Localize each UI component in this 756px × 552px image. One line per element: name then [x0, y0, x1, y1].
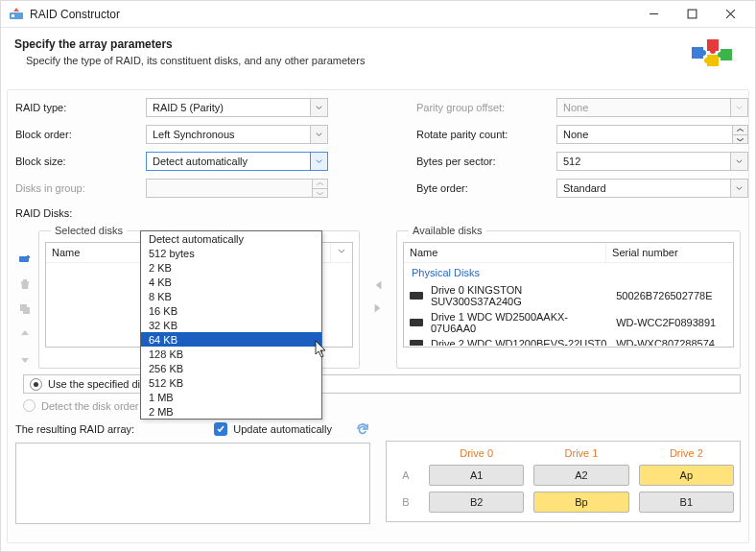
- list-item[interactable]: Drive 0 KINGSTON SUV300S37A240G50026B726…: [404, 282, 733, 309]
- data-cell: A2: [533, 465, 628, 486]
- drive-row: BB2BpB1: [392, 492, 734, 513]
- bytes-sector-label: Bytes per sector:: [416, 156, 551, 167]
- block-order-label: Block order:: [15, 129, 140, 140]
- drive-header: Drive 0: [429, 447, 524, 459]
- spin-buttons[interactable]: [732, 126, 747, 143]
- list-item[interactable]: Drive 2 WDC WD1200BEVS-22UST0WD-WXC80728…: [404, 336, 733, 346]
- svg-rect-2: [688, 10, 697, 18]
- dropdown-option[interactable]: 512 bytes: [141, 246, 321, 260]
- dropdown-option[interactable]: 2 MB: [141, 404, 321, 419]
- dropdown-option[interactable]: 4 KB: [141, 275, 321, 289]
- checkbox-checked-icon: [214, 422, 227, 436]
- dropdown-option[interactable]: 512 KB: [141, 375, 321, 390]
- disk-group-label[interactable]: Physical Disks: [404, 263, 733, 282]
- byte-order-value: Standard: [563, 182, 606, 194]
- dropdown-option[interactable]: 2 KB: [141, 260, 321, 275]
- byte-order-label: Byte order:: [416, 182, 551, 194]
- refresh-button[interactable]: [355, 421, 370, 437]
- block-order-value: Left Synchronous: [153, 129, 235, 140]
- parity-offset-value: None: [563, 102, 588, 113]
- dropdown-option[interactable]: 8 KB: [141, 289, 321, 303]
- radio-icon: [23, 399, 35, 412]
- bytes-sector-value: 512: [563, 156, 580, 167]
- close-button[interactable]: [711, 2, 749, 27]
- app-icon: [9, 7, 24, 22]
- window-title: RAID Constructor: [30, 8, 634, 21]
- move-right-button[interactable]: [367, 298, 389, 319]
- lower-section: The resulting RAID array: Update automat…: [15, 421, 741, 524]
- svg-rect-1: [12, 14, 14, 17]
- radio-icon: [30, 378, 42, 391]
- resulting-array-box[interactable]: [15, 443, 370, 524]
- block-size-label: Block size:: [15, 156, 140, 167]
- maximize-button[interactable]: [673, 2, 711, 27]
- data-cell: A1: [429, 465, 524, 486]
- spin-buttons: [312, 180, 327, 197]
- main-panel: RAID type: RAID 5 (Parity) Parity group …: [7, 89, 749, 543]
- block-size-dropdown[interactable]: Detect automatically512 bytes2 KB4 KB8 K…: [140, 230, 322, 420]
- disk-icon: [410, 292, 423, 300]
- block-order-select[interactable]: Left Synchronous: [146, 125, 328, 144]
- bytes-sector-select[interactable]: 512: [556, 152, 748, 171]
- available-disks-list[interactable]: Name Serial number Physical Disks Drive …: [403, 242, 734, 348]
- drive-header: Drive 1: [533, 447, 628, 459]
- move-left-button[interactable]: [367, 275, 389, 296]
- row-label: B: [392, 496, 419, 508]
- disk-name: Drive 0 KINGSTON SUV300S37A240G: [431, 284, 608, 307]
- update-automatically-checkbox[interactable]: Update automatically: [214, 422, 332, 436]
- column-header[interactable]: Name: [404, 243, 606, 262]
- dropdown-option[interactable]: 1 MB: [141, 390, 321, 404]
- delete-disk-button[interactable]: [15, 275, 35, 294]
- list-item[interactable]: Drive 1 WDC WD2500AAKX-07U6AA0WD-WCC2F08…: [404, 309, 733, 336]
- available-disks-group: Available disks Name Serial number Physi…: [396, 225, 741, 369]
- chevron-down-icon: [310, 153, 327, 170]
- transfer-buttons: [364, 225, 392, 369]
- chevron-down-icon: [730, 180, 747, 197]
- disk-toolbar: [15, 225, 35, 369]
- drive-row: AA1A2Ap: [392, 465, 734, 486]
- raid-disks-label: RAID Disks:: [15, 207, 741, 219]
- raid-type-select[interactable]: RAID 5 (Parity): [146, 98, 328, 117]
- minimize-button[interactable]: [634, 2, 673, 27]
- data-cell: B2: [429, 492, 524, 513]
- svg-point-5: [704, 58, 710, 63]
- drive-header: Drive 2: [639, 447, 734, 459]
- drive-layout-table: Drive 0Drive 1Drive 2 AA1A2ApBB2BpB1: [386, 441, 741, 522]
- rotate-parity-label: Rotate parity count:: [416, 129, 551, 140]
- chevron-down-icon: [310, 99, 327, 116]
- byte-order-select[interactable]: Standard: [556, 179, 748, 198]
- dropdown-option[interactable]: 256 KB: [141, 361, 321, 375]
- page-subtitle: Specify the type of RAID, its constituen…: [26, 55, 690, 66]
- disks-area: Selected disks Name Available disks: [15, 225, 741, 369]
- parity-cell: Ap: [639, 465, 734, 486]
- move-down-button[interactable]: [15, 349, 35, 369]
- dropdown-option[interactable]: 32 KB: [141, 318, 321, 332]
- chevron-down-icon: [310, 126, 327, 143]
- detect-order-radio[interactable]: Detect the disk order automatically: [23, 399, 741, 412]
- parity-offset-select: None: [556, 98, 748, 117]
- use-specified-order-radio[interactable]: Use the specified disk order: [23, 374, 741, 394]
- titlebar: RAID Constructor: [1, 1, 755, 28]
- dropdown-option[interactable]: Detect automatically: [141, 231, 321, 246]
- disk-name: Drive 1 WDC WD2500AAKX-07U6AA0: [431, 311, 608, 334]
- puzzle-icon: [690, 37, 736, 80]
- resulting-array-label: The resulting RAID array:: [15, 423, 134, 435]
- svg-point-3: [700, 50, 706, 56]
- column-header[interactable]: Serial number: [606, 243, 733, 262]
- add-disk-button[interactable]: [15, 250, 35, 269]
- disk-serial: WD-WXC807288574: [616, 338, 727, 346]
- copy-disk-button[interactable]: [15, 300, 35, 319]
- dropdown-option[interactable]: 16 KB: [141, 303, 321, 318]
- column-options-icon[interactable]: [331, 243, 352, 262]
- move-up-button[interactable]: [15, 324, 35, 344]
- raid-type-label: RAID type:: [15, 102, 140, 113]
- checkbox-label: Update automatically: [233, 423, 332, 435]
- block-size-select[interactable]: Detect automatically: [146, 152, 328, 171]
- dropdown-option[interactable]: 64 KB: [141, 332, 321, 347]
- page-header: Specify the array parameters Specify the…: [1, 28, 755, 89]
- rotate-parity-spin[interactable]: None: [556, 125, 748, 144]
- disks-in-group-spin: [146, 179, 328, 198]
- available-disks-legend: Available disks: [409, 225, 486, 236]
- disk-serial: 50026B726502778E: [616, 290, 727, 301]
- dropdown-option[interactable]: 128 KB: [141, 347, 321, 361]
